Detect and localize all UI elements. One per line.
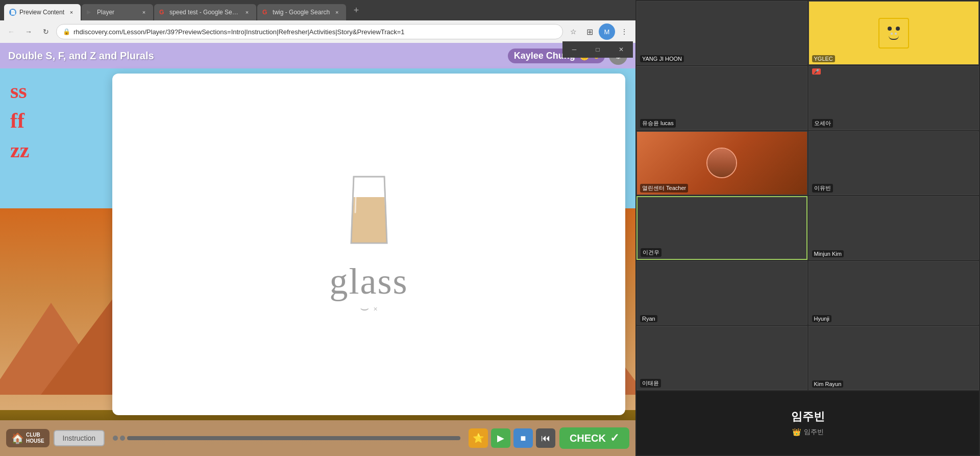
check-icon: ✓ xyxy=(610,431,619,445)
forward-button[interactable]: → xyxy=(21,25,36,39)
progress-area xyxy=(109,436,464,441)
control-bar: 🏠 CLUBHOUSE Instruction ⭐ xyxy=(0,420,635,456)
participant-yang-ji-hoon: YANG JI HOON xyxy=(636,1,807,65)
tab-preview-label: Preview Content xyxy=(19,9,64,16)
tab-speedtest[interactable]: G speed test - Google Search × xyxy=(154,4,256,20)
tab-twig-close[interactable]: × xyxy=(333,8,341,16)
speedtest-favicon: G xyxy=(159,9,166,16)
tab-player[interactable]: ▶ Player × xyxy=(82,4,153,20)
participant-kimrayun: Kim Rayun xyxy=(808,326,979,390)
play-button[interactable]: ▶ xyxy=(491,428,510,448)
sidebar: YANG JI HOON 🟨 YGLEC 유승윤 lucas 🎤 오세아 xyxy=(635,0,980,456)
check-label: CHECK xyxy=(570,433,606,444)
lesson-header: Double S, F, and Z and Plurals Kaylee Ch… xyxy=(0,43,635,68)
window-controls: ─ □ ✕ xyxy=(562,41,633,58)
participant-name-yang: YANG JI HOON xyxy=(640,55,684,62)
star-ctrl-icon: ⭐ xyxy=(473,433,484,444)
rewind-button[interactable]: ⏮ xyxy=(536,428,555,448)
word-smile: ⌣ xyxy=(360,300,369,317)
tab-player-close[interactable]: × xyxy=(140,8,148,16)
lesson-title: Double S, F, and Z and Plurals xyxy=(8,50,154,62)
menu-button[interactable]: ⋮ xyxy=(617,25,631,39)
star-icon: ☆ xyxy=(570,28,577,36)
profile-button[interactable]: M xyxy=(599,23,615,40)
participant-name-taeyun: 이태윤 xyxy=(640,379,661,388)
presenter-section: 임주빈 👑 임주빈 xyxy=(636,391,979,455)
tab-twig[interactable]: G twig - Google Search × xyxy=(257,4,346,20)
minimize-button[interactable]: ─ xyxy=(562,41,586,58)
house-icon: 🏠 xyxy=(11,432,24,444)
presenter-crown-icon: 👑 xyxy=(792,428,801,436)
minimize-icon: ─ xyxy=(572,46,577,53)
handwritten-ss: ss xyxy=(10,79,29,103)
participant-name-kimrayun: Kim Rayun xyxy=(812,380,844,388)
bookmark-button[interactable]: ☆ xyxy=(566,25,580,39)
refresh-button[interactable]: ↻ xyxy=(39,25,53,39)
tab-speedtest-label: speed test - Google Search xyxy=(169,9,240,16)
handwritten-area: ss ff zz xyxy=(10,79,29,162)
participant-geonwoo: 이건우 xyxy=(636,196,807,260)
participant-ryan: Ryan xyxy=(636,261,807,325)
participant-taeyun: 이태윤 xyxy=(636,326,807,390)
presenter-badge: 👑 임주빈 xyxy=(792,427,824,437)
control-buttons: ⭐ ▶ ■ ⏮ xyxy=(469,428,555,448)
instruction-button[interactable]: Instruction xyxy=(54,430,105,446)
restore-button[interactable]: □ xyxy=(586,41,609,58)
glass-illustration xyxy=(341,172,397,250)
stop-icon: ■ xyxy=(520,433,526,444)
lesson-container: Double S, F, and Z and Plurals Kaylee Ch… xyxy=(0,43,635,456)
tab-twig-label: twig - Google Search xyxy=(273,9,330,16)
back-button[interactable]: ← xyxy=(4,25,18,39)
clubhouse-button[interactable]: 🏠 CLUBHOUSE xyxy=(6,429,50,447)
participant-name-teacher: 열린센터 Teacher xyxy=(640,184,688,193)
mic-muted-badge: 🎤 xyxy=(812,68,821,75)
lock-icon: 🔒 xyxy=(63,28,70,35)
clubhouse-label: CLUBHOUSE xyxy=(26,432,44,444)
tab-preview-content[interactable]: 📄 Preview Content × xyxy=(4,4,81,20)
progress-dot-1 xyxy=(113,436,118,441)
participant-teacher: 열린센터 Teacher xyxy=(636,131,807,195)
participant-minjun: Minjun Kim xyxy=(808,196,979,260)
participant-name-ryan: Ryan xyxy=(640,315,657,322)
main-content: Double S, F, and Z and Plurals Kaylee Ch… xyxy=(0,43,635,456)
handwritten-ff: ff xyxy=(10,108,29,133)
tab-preview-close[interactable]: × xyxy=(67,8,76,16)
word-card: glass ⌣ × xyxy=(112,74,625,415)
nav-actions: ☆ ⊞ M ⋮ xyxy=(566,23,631,40)
preview-favicon: 📄 xyxy=(9,9,16,16)
participant-name-osea: 오세아 xyxy=(812,119,833,128)
restore-icon: □ xyxy=(596,46,599,53)
url-text: rhdiscovery.com/Lesson/Player/39?Preview… xyxy=(74,28,556,36)
presenter-badge-label: 임주빈 xyxy=(804,427,824,437)
new-tab-button[interactable]: + xyxy=(349,3,363,17)
participant-osea: 🎤 오세아 xyxy=(808,66,979,130)
address-bar[interactable]: 🔒 rhdiscovery.com/Lesson/Player/39?Previ… xyxy=(56,24,563,39)
extensions-button[interactable]: ⊞ xyxy=(582,25,597,39)
close-window-icon: ✕ xyxy=(619,46,624,53)
word-x-mark: × xyxy=(373,305,377,313)
rewind-icon: ⏮ xyxy=(541,433,550,444)
back-icon: ← xyxy=(8,28,15,36)
tab-player-label: Player xyxy=(97,9,137,16)
player-favicon: ▶ xyxy=(87,9,94,16)
participant-yglec: 🟨 YGLEC xyxy=(808,1,979,65)
play-icon: ▶ xyxy=(497,433,504,444)
check-button[interactable]: CHECK ✓ xyxy=(559,427,629,449)
participant-name-lucas: 유승윤 lucas xyxy=(640,119,676,128)
participant-lucas: 유승윤 lucas xyxy=(636,66,807,130)
close-window-button[interactable]: ✕ xyxy=(609,41,633,58)
tab-bar: 📄 Preview Content × ▶ Player × G speed t… xyxy=(0,0,635,20)
handwritten-zz: zz xyxy=(10,138,29,162)
forward-icon: → xyxy=(25,28,32,36)
tab-speedtest-close[interactable]: × xyxy=(243,8,251,16)
profile-icon: M xyxy=(604,28,610,36)
browser-window: 📄 Preview Content × ▶ Player × G speed t… xyxy=(0,0,635,456)
participant-hyunji: Hyunji xyxy=(808,261,979,325)
progress-bar[interactable] xyxy=(127,436,460,440)
menu-icon: ⋮ xyxy=(621,28,628,36)
star-button[interactable]: ⭐ xyxy=(469,428,488,448)
participant-name-yoobin: 이유빈 xyxy=(812,184,833,193)
refresh-icon: ↻ xyxy=(43,28,49,36)
stop-button[interactable]: ■ xyxy=(513,428,533,448)
participant-yoobin: 이유빈 xyxy=(808,131,979,195)
